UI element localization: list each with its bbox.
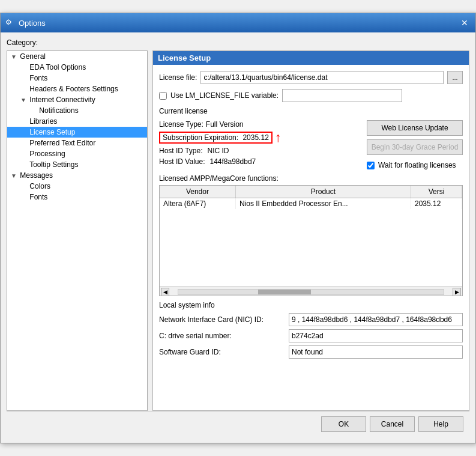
options-window: ⚙ Options ✕ Category: ▼ General EDA Tool… xyxy=(0,13,476,443)
main-content: ▼ General EDA Tool Options Fonts Headers… xyxy=(7,50,469,411)
expander-internet: ▼ xyxy=(19,97,28,103)
sidebar[interactable]: ▼ General EDA Tool Options Fonts Headers… xyxy=(7,50,148,411)
browse-button[interactable]: ... xyxy=(447,71,463,84)
scrollbar-track[interactable] xyxy=(178,289,444,295)
sidebar-item-preferred-text-editor[interactable]: Preferred Text Editor xyxy=(7,138,147,148)
host-id-type-label: Host ID Type: xyxy=(159,147,202,155)
sidebar-label-fonts2: Fonts xyxy=(29,193,47,201)
sidebar-label-fonts: Fonts xyxy=(29,74,47,82)
panel-header: License Setup xyxy=(153,51,469,65)
sidebar-item-fonts[interactable]: Fonts xyxy=(7,73,147,84)
right-panel: License Setup License file: ... Use LM_L… xyxy=(152,50,469,411)
grace-period-button[interactable]: Begin 30-day Grace Period xyxy=(367,139,463,155)
window-body: Category: ▼ General EDA Tool Options Fon… xyxy=(1,32,475,443)
use-lm-row: Use LM_LICENSE_FILE variable: xyxy=(159,89,463,102)
panel-body: License file: ... Use LM_LICENSE_FILE va… xyxy=(153,65,469,368)
wait-floating-label: Wait for floating licenses xyxy=(378,161,456,169)
host-id-type-value: NIC ID xyxy=(207,147,229,155)
software-guard-row: Software Guard ID: xyxy=(159,345,463,359)
table-body: Altera (6AF7) Nios II Embedded Processor… xyxy=(160,198,462,210)
licensed-table: Vendor Product Versi Altera (6AF7) Nios … xyxy=(160,186,462,209)
license-type-value: Full Version xyxy=(206,120,244,129)
subscription-row: Subscription Expiration: 2035.12 ↑ xyxy=(159,130,361,145)
sidebar-item-license-setup[interactable]: License Setup xyxy=(7,127,147,138)
license-info-left: License Type: Full Version Subscription … xyxy=(159,119,361,174)
software-guard-input[interactable] xyxy=(289,345,463,359)
local-system-info-section: Local system info Network Interface Card… xyxy=(159,301,463,359)
ok-button[interactable]: OK xyxy=(321,416,366,432)
host-id-value-value: 144f8a98dbd7 xyxy=(209,157,256,166)
license-file-row: License file: ... xyxy=(159,71,463,84)
cell-vendor: Altera (6AF7) xyxy=(160,198,235,210)
licensed-ampp-label: Licensed AMPP/MegaCore functions: xyxy=(159,174,463,183)
software-guard-label: Software Guard ID: xyxy=(159,348,285,356)
sidebar-item-headers-footers[interactable]: Headers & Footers Settings xyxy=(7,84,147,94)
nic-id-input[interactable] xyxy=(289,313,463,326)
col-vendor: Vendor xyxy=(160,186,235,198)
license-right-buttons: Web License Update Begin 30-day Grace Pe… xyxy=(367,119,463,174)
drive-serial-input[interactable] xyxy=(289,329,463,342)
sidebar-item-libraries[interactable]: Libraries xyxy=(7,116,147,127)
sidebar-item-messages[interactable]: ▼ Messages xyxy=(7,170,147,181)
lm-input[interactable] xyxy=(282,89,402,102)
sidebar-label-proc: Processing xyxy=(29,150,65,158)
scroll-left-arrow[interactable]: ◀ xyxy=(161,288,169,296)
window-title: Options xyxy=(19,19,46,28)
drive-serial-row: C: drive serial number: xyxy=(159,329,463,342)
sidebar-item-colors[interactable]: Colors xyxy=(7,181,147,192)
nic-id-label: Network Interface Card (NIC) ID: xyxy=(159,315,285,324)
table-header: Vendor Product Versi xyxy=(160,186,462,198)
close-button[interactable]: ✕ xyxy=(459,17,471,29)
sidebar-item-notifications[interactable]: Notifications xyxy=(7,105,147,116)
table-row: Altera (6AF7) Nios II Embedded Processor… xyxy=(160,198,462,210)
cell-version: 2035.12 xyxy=(411,198,462,210)
sidebar-item-eda-tool-options[interactable]: EDA Tool Options xyxy=(7,62,147,73)
drive-serial-label: C: drive serial number: xyxy=(159,332,285,340)
sidebar-item-processing[interactable]: Processing xyxy=(7,148,147,159)
horizontal-scrollbar[interactable]: ◀ ▶ xyxy=(160,287,462,296)
sidebar-label-eda: EDA Tool Options xyxy=(29,63,86,71)
licensed-table-wrapper: Vendor Product Versi Altera (6AF7) Nios … xyxy=(159,185,463,296)
license-file-label: License file: xyxy=(159,73,197,82)
current-license-section: Current license License Type: Full Versi… xyxy=(159,107,463,174)
sidebar-item-tooltip-settings[interactable]: Tooltip Settings xyxy=(7,159,147,170)
col-product: Product xyxy=(235,186,411,198)
cancel-button[interactable]: Cancel xyxy=(370,416,415,432)
window-icon: ⚙ xyxy=(5,18,15,28)
use-lm-checkbox[interactable] xyxy=(159,92,167,100)
sidebar-label-pte: Preferred Text Editor xyxy=(29,139,95,147)
wait-floating-row: Wait for floating licenses xyxy=(367,161,463,169)
bottom-bar: OK Cancel Help xyxy=(7,411,469,437)
title-bar-left: ⚙ Options xyxy=(5,18,46,28)
cell-product: Nios II Embedded Processor En... xyxy=(235,198,411,210)
title-bar: ⚙ Options ✕ xyxy=(1,13,475,32)
wait-floating-checkbox[interactable] xyxy=(367,162,375,169)
web-license-button[interactable]: Web License Update xyxy=(367,120,463,136)
scroll-right-arrow[interactable]: ▶ xyxy=(453,288,461,296)
sidebar-item-fonts2[interactable]: Fonts xyxy=(7,192,147,202)
scrollbar-thumb[interactable] xyxy=(258,290,311,294)
license-type-row: License Type: Full Version xyxy=(159,119,361,130)
subscription-highlight: Subscription Expiration: 2035.12 xyxy=(159,132,273,144)
subscription-value: 2035.12 xyxy=(243,133,268,142)
sidebar-label-general: General xyxy=(20,52,46,61)
sidebar-label-msg: Messages xyxy=(20,171,53,180)
sidebar-item-internet-connectivity[interactable]: ▼ Internet Connectivity xyxy=(7,94,147,105)
host-id-type-row: Host ID Type: NIC ID xyxy=(159,145,361,156)
use-lm-label: Use LM_LICENSE_FILE variable: xyxy=(170,91,279,100)
local-system-info-label: Local system info xyxy=(159,301,463,309)
subscription-label: Subscription Expiration: xyxy=(163,133,238,142)
license-type-label: License Type: xyxy=(159,120,203,129)
sidebar-label-license: License Setup xyxy=(29,128,75,136)
sidebar-label-internet: Internet Connectivity xyxy=(29,96,95,104)
help-button[interactable]: Help xyxy=(418,416,463,432)
col-version: Versi xyxy=(411,186,462,198)
license-file-input[interactable] xyxy=(200,71,444,84)
sidebar-label-hf: Headers & Footers Settings xyxy=(29,85,118,93)
license-info-layout: License Type: Full Version Subscription … xyxy=(159,119,463,174)
host-id-value-label: Host ID Value: xyxy=(159,157,205,166)
sidebar-item-general[interactable]: ▼ General xyxy=(7,51,147,62)
nic-id-row: Network Interface Card (NIC) ID: xyxy=(159,313,463,326)
sidebar-label-colors: Colors xyxy=(29,182,50,190)
expander-general: ▼ xyxy=(10,53,18,60)
